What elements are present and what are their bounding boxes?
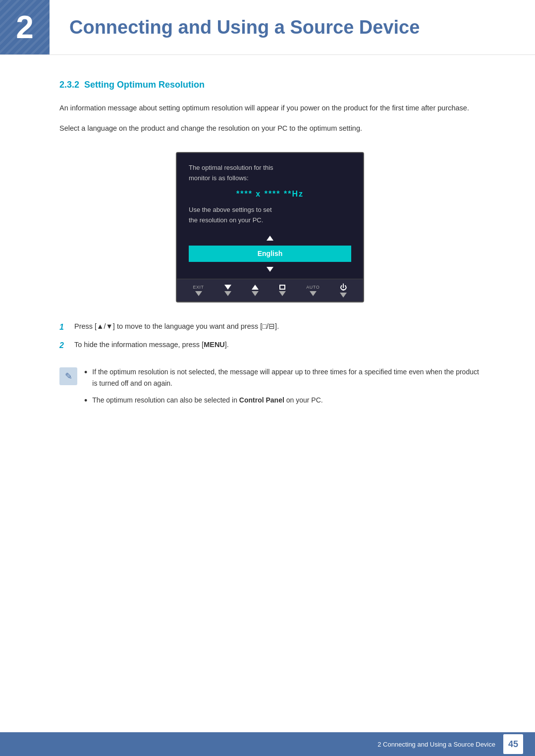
ctrl-enter bbox=[279, 285, 286, 296]
note-bullet-2: • The optimum resolution can also be sel… bbox=[84, 395, 481, 407]
step-1: 1 Press [▲/▼] to move to the language yo… bbox=[59, 320, 481, 334]
note-icon-inner bbox=[59, 367, 77, 385]
osd-arrow-up bbox=[189, 233, 351, 244]
page-title: Connecting and Using a Source Device bbox=[69, 17, 420, 38]
ctrl-auto-arrow bbox=[310, 291, 317, 296]
footer-section-text: 2 Connecting and Using a Source Device bbox=[377, 741, 495, 748]
step-1-number: 1 bbox=[59, 320, 74, 334]
footer-page-number: 45 bbox=[503, 734, 523, 754]
triangle-up-icon bbox=[267, 236, 273, 241]
ctrl-up-icon bbox=[252, 285, 259, 290]
page-footer: 2 Connecting and Using a Source Device 4… bbox=[0, 732, 535, 756]
ctrl-auto-label: AUTO bbox=[306, 285, 320, 290]
section-heading: 2.3.2 Setting Optimum Resolution bbox=[59, 80, 481, 90]
note-icon bbox=[59, 367, 77, 385]
section-title: Setting Optimum Resolution bbox=[84, 80, 205, 90]
chapter-number: 2 bbox=[16, 11, 34, 43]
note-text-1: If the optimum resolution is not selecte… bbox=[92, 366, 481, 390]
step-2-number: 2 bbox=[59, 339, 74, 352]
osd-resolution: **** x **** **Hz bbox=[189, 188, 351, 201]
note-text-2: The optimum resolution can also be selec… bbox=[92, 395, 322, 406]
ctrl-up-arrow bbox=[252, 291, 259, 296]
monitor-screenshot-wrapper: The optimal resolution for this monitor … bbox=[59, 152, 481, 302]
bullet-dot-2: • bbox=[84, 395, 87, 407]
steps-list: 1 Press [▲/▼] to move to the language yo… bbox=[59, 320, 481, 352]
monitor-controls: EXIT AUTO bbox=[177, 279, 363, 302]
osd-line1: The optimal resolution for this monitor … bbox=[189, 163, 351, 184]
ctrl-down-arrow bbox=[224, 291, 231, 296]
step-2: 2 To hide the information message, press… bbox=[59, 339, 481, 352]
ctrl-power: ⏻ bbox=[340, 283, 347, 298]
monitor-osd: The optimal resolution for this monitor … bbox=[177, 153, 363, 275]
page-header: 2 Connecting and Using a Source Device bbox=[0, 0, 535, 55]
bullet-dot-1: • bbox=[84, 366, 87, 379]
ctrl-enter-icon bbox=[279, 285, 285, 290]
power-icon: ⏻ bbox=[340, 283, 347, 291]
header-title-area: Connecting and Using a Source Device bbox=[50, 0, 535, 54]
ctrl-exit-label: EXIT bbox=[193, 285, 204, 290]
osd-language-bar: English bbox=[189, 246, 351, 261]
note-bullet-1: • If the optimum resolution is not selec… bbox=[84, 366, 481, 390]
section-number: 2.3.2 bbox=[59, 80, 79, 90]
chapter-number-box: 2 bbox=[0, 0, 50, 54]
step-2-text: To hide the information message, press [… bbox=[74, 339, 481, 351]
ctrl-auto: AUTO bbox=[306, 285, 320, 296]
content-area: 2.3.2 Setting Optimum Resolution An info… bbox=[0, 55, 535, 452]
monitor-screenshot: The optimal resolution for this monitor … bbox=[176, 152, 364, 302]
ctrl-up bbox=[252, 285, 259, 296]
note-section: • If the optimum resolution is not selec… bbox=[59, 366, 481, 412]
paragraph-2: Select a language on the product and cha… bbox=[59, 122, 481, 135]
osd-subtitle: Use the above settings to set the resolu… bbox=[189, 205, 351, 226]
ctrl-exit: EXIT bbox=[193, 285, 204, 296]
ctrl-power-arrow bbox=[340, 293, 347, 298]
note-bullets: • If the optimum resolution is not selec… bbox=[84, 366, 481, 412]
osd-arrow-down bbox=[189, 264, 351, 275]
triangle-down-icon bbox=[267, 267, 273, 272]
ctrl-enter-arrow bbox=[279, 291, 286, 296]
step-1-text: Press [▲/▼] to move to the language you … bbox=[74, 320, 481, 333]
paragraph-1: An information message about setting opt… bbox=[59, 102, 481, 114]
ctrl-down-icon bbox=[224, 285, 231, 290]
ctrl-down bbox=[224, 285, 231, 296]
ctrl-exit-arrow bbox=[195, 291, 202, 296]
